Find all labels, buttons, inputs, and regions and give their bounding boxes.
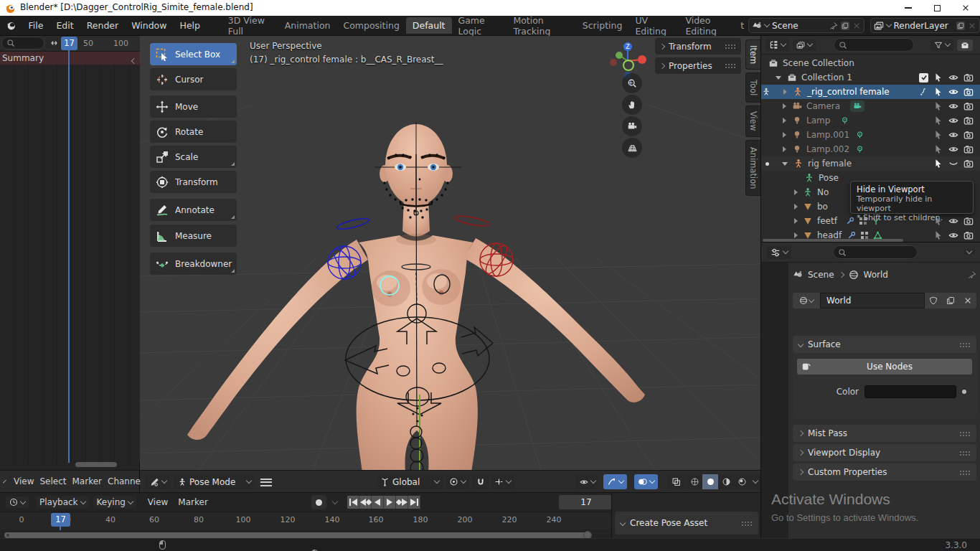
hide-viewport-icon[interactable] — [948, 116, 958, 126]
disable-render-icon[interactable] — [963, 159, 974, 169]
expand-icon[interactable] — [783, 118, 786, 123]
drag-grip-icon[interactable] — [959, 431, 971, 436]
pan-hand-button[interactable] — [622, 95, 642, 115]
tool-cursor[interactable]: Cursor — [150, 68, 237, 90]
selectable-icon[interactable] — [933, 72, 943, 83]
sidebar-tab-item[interactable]: Item — [745, 39, 760, 70]
sidebar-tab-tool[interactable]: Tool — [745, 72, 760, 103]
hide-viewport-icon[interactable] — [948, 87, 958, 97]
new-copy-button[interactable] — [942, 293, 959, 309]
create-pose-asset-panel[interactable]: Create Pose Asset — [615, 512, 758, 534]
selectable-icon[interactable] — [933, 130, 943, 140]
orthographic-toggle-button[interactable] — [622, 138, 642, 158]
disable-render-icon[interactable] — [963, 72, 974, 83]
current-frame-field[interactable]: 17 — [559, 495, 613, 509]
timeline-menu-view[interactable]: View — [145, 497, 171, 507]
frame-range-button[interactable] — [46, 37, 62, 50]
tool-breakdowner[interactable]: Breakdowner — [150, 253, 237, 275]
snap-target-selector[interactable] — [491, 474, 514, 489]
timeline-scrollbar[interactable] — [4, 532, 587, 538]
mode-selector[interactable]: Pose Mode — [174, 474, 255, 489]
play-reverse-button[interactable] — [372, 496, 384, 509]
disable-render-icon[interactable] — [963, 144, 974, 154]
timeline-menu-keying[interactable]: Keying — [93, 496, 136, 509]
tool-rotate[interactable]: Rotate — [150, 121, 237, 143]
hide-viewport-icon[interactable] — [948, 144, 958, 154]
selectable-icon[interactable] — [933, 159, 943, 169]
outliner-row-lamp-001[interactable]: Lamp.001 — [761, 128, 980, 142]
viewport-3d[interactable]: User Perspective (17) _rig_control femal… — [140, 36, 760, 472]
disable-render-icon[interactable] — [963, 230, 974, 240]
expand-icon[interactable] — [794, 232, 798, 238]
dope-sheet-editor[interactable]: 17 50 100 Summary — [0, 36, 140, 470]
render-layer-selector[interactable]: RenderLayer — [870, 18, 980, 33]
xray-toggle[interactable] — [668, 474, 684, 489]
breadcrumb-scene[interactable]: Scene — [808, 270, 834, 280]
dopesheet-menu-view[interactable]: View — [11, 476, 37, 486]
tool-measure[interactable]: Measure — [150, 225, 237, 247]
auto-keying-toggle[interactable] — [311, 495, 326, 509]
mist-pass-panel-header[interactable]: Mist Pass — [793, 425, 976, 442]
selectable-icon[interactable] — [933, 230, 943, 240]
orientation-selector[interactable]: Global — [377, 474, 443, 489]
gizmos-toggle[interactable] — [603, 474, 627, 489]
drag-grip-icon[interactable] — [959, 451, 971, 456]
expand-icon[interactable] — [776, 76, 781, 80]
sidebar-tab-animation[interactable]: Animation — [745, 140, 760, 196]
use-nodes-button[interactable]: Use Nodes — [797, 359, 972, 375]
workspace-tab-animation[interactable]: Animation — [278, 17, 337, 34]
outliner-row-rig-female[interactable]: rig female — [761, 156, 980, 171]
outliner-row-camera[interactable]: Camera — [761, 99, 980, 113]
outliner-row-collection-1[interactable]: Collection 1 — [761, 70, 980, 85]
copy-icon[interactable] — [841, 22, 849, 30]
expand-icon[interactable] — [794, 204, 798, 209]
menu-render[interactable]: Render — [80, 20, 126, 31]
animate-dot-icon[interactable] — [962, 390, 966, 394]
snap-toggle[interactable] — [473, 474, 489, 489]
outliner-editor-type-button[interactable] — [765, 39, 789, 51]
camera-view-button[interactable] — [622, 116, 642, 136]
next-keyframe-button[interactable] — [396, 496, 408, 509]
outliner-display-mode-button[interactable] — [793, 39, 816, 51]
panel-properties-collapsed[interactable]: Properties — [655, 57, 741, 74]
outliner-row-rig-control-female[interactable]: _rig_control female — [761, 85, 980, 99]
close-icon[interactable] — [968, 22, 976, 30]
dopesheet-menu-channel[interactable]: Channe — [105, 476, 143, 486]
workspace-tab-game-logic[interactable]: Game Logic — [452, 12, 507, 39]
close-icon[interactable] — [852, 22, 861, 30]
world-color-swatch[interactable] — [864, 385, 956, 398]
properties-search-input[interactable] — [833, 245, 918, 259]
tool-select-box[interactable]: Select Box — [150, 43, 237, 65]
pivot-point-selector[interactable] — [446, 474, 469, 489]
outliner-row-scene-collection[interactable]: Scene Collection — [761, 56, 980, 70]
workspace-tab-motion-tracking[interactable]: Motion Tracking — [507, 12, 575, 39]
drag-grip-icon[interactable] — [725, 63, 736, 68]
workspace-tab-video-editing[interactable]: Video Editing — [679, 12, 739, 39]
keying-popover-button[interactable] — [330, 495, 340, 509]
timeline-ruler[interactable]: 0 20 40 60 80 100 120 140 160 180 200 22… — [0, 512, 611, 529]
hide-viewport-icon-closed[interactable] — [948, 159, 958, 169]
hide-viewport-icon[interactable] — [948, 101, 958, 111]
expand-icon[interactable] — [794, 189, 798, 195]
shading-wireframe-button[interactable] — [687, 474, 702, 489]
drag-grip-icon[interactable] — [725, 44, 736, 49]
panel-transform-collapsed[interactable]: Transform — [655, 38, 741, 55]
viewport-display-panel-header[interactable]: Viewport Display — [793, 444, 976, 461]
workspace-tab-uv-editing[interactable]: UV Editing — [628, 12, 679, 39]
menu-edit[interactable]: Edit — [50, 20, 80, 31]
expand-icon[interactable] — [783, 89, 787, 95]
browse-world-button[interactable] — [793, 293, 820, 309]
dopesheet-summary-row[interactable]: Summary — [0, 52, 140, 65]
dopesheet-search-input[interactable] — [1, 37, 44, 50]
tool-annotate[interactable]: Annotate — [150, 199, 237, 221]
expand-icon[interactable] — [782, 162, 788, 166]
copy-icon[interactable] — [956, 22, 965, 30]
expand-icon[interactable] — [794, 218, 798, 224]
prev-keyframe-button[interactable] — [359, 496, 372, 509]
workspace-tab-default[interactable]: Default — [406, 17, 452, 34]
menu-window[interactable]: Window — [125, 20, 173, 31]
hide-viewport-icon[interactable] — [948, 130, 958, 140]
overlays-toggle[interactable] — [634, 474, 658, 489]
shading-solid-button[interactable] — [702, 474, 718, 489]
disable-render-icon[interactable] — [963, 116, 974, 126]
